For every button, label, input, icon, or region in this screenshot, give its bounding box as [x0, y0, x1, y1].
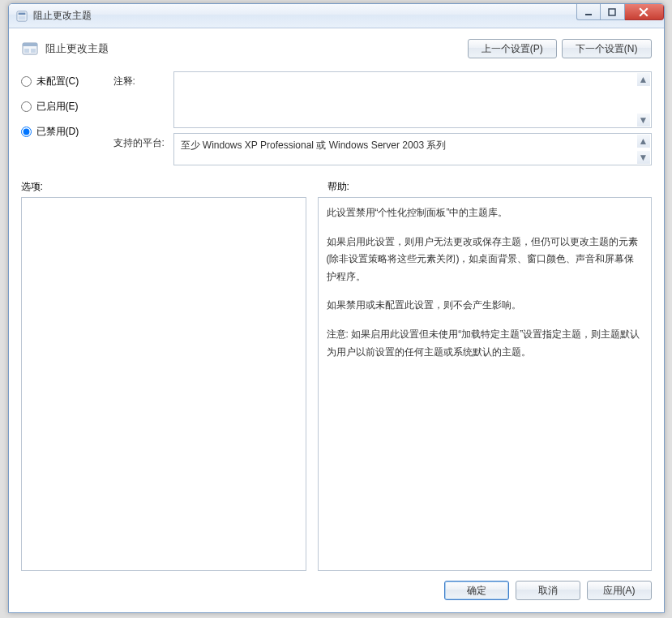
supported-on-text: 至少 Windows XP Professional 或 Windows Ser… — [181, 139, 447, 151]
radio-enabled-label: 已启用(E) — [36, 100, 79, 114]
supported-label: 支持的平台: — [113, 133, 165, 150]
maximize-button[interactable] — [601, 4, 625, 20]
comment-label: 注释: — [113, 71, 165, 88]
help-paragraph: 注意: 如果启用此设置但未使用“加载特定主题”设置指定主题，则主题默认为用户以前… — [327, 326, 643, 361]
scroll-up-icon[interactable]: ▲ — [637, 135, 650, 148]
config-row: 未配置(C) 已启用(E) 已禁用(D) 注释: ▲ — [10, 67, 663, 165]
policy-title: 阻止更改主题 — [45, 41, 109, 56]
options-panel[interactable] — [21, 197, 306, 571]
radio-disabled[interactable]: 已禁用(D) — [21, 125, 102, 139]
cancel-button[interactable]: 取消 — [516, 581, 580, 600]
policy-icon — [21, 40, 39, 58]
scroll-up-icon[interactable]: ▲ — [637, 73, 650, 86]
help-label: 帮助: — [327, 180, 349, 194]
supported-on-box: 至少 Windows XP Professional 或 Windows Ser… — [173, 133, 652, 165]
comment-textarea[interactable]: ▲ ▼ — [173, 71, 652, 128]
close-button[interactable] — [625, 4, 664, 20]
scroll-down-icon[interactable]: ▼ — [637, 114, 650, 127]
svg-rect-1 — [18, 12, 25, 15]
window-buttons — [576, 4, 664, 20]
next-setting-button[interactable]: 下一个设置(N) — [562, 39, 652, 58]
supported-scrollbar: ▲ ▼ — [637, 135, 650, 164]
content-area: 阻止更改主题 上一个设置(P) 下一个设置(N) 未配置(C) 已启用(E) — [9, 28, 664, 612]
state-radio-group: 未配置(C) 已启用(E) 已禁用(D) — [21, 71, 102, 165]
radio-not-configured-label: 未配置(C) — [36, 75, 79, 88]
minimize-button[interactable] — [576, 4, 601, 20]
svg-rect-3 — [585, 14, 592, 15]
radio-not-configured-input[interactable] — [21, 76, 32, 87]
options-label: 选项: — [21, 180, 313, 194]
radio-disabled-label: 已禁用(D) — [36, 125, 79, 139]
radio-enabled-input[interactable] — [21, 101, 32, 112]
help-paragraph: 此设置禁用“个性化控制面板”中的主题库。 — [327, 204, 643, 222]
ok-button[interactable]: 确定 — [444, 581, 509, 600]
apply-button[interactable]: 应用(A) — [587, 581, 652, 600]
panels-row: 此设置禁用“个性化控制面板”中的主题库。 如果启用此设置，则用户无法更改或保存主… — [10, 197, 663, 571]
help-paragraph: 如果禁用或未配置此设置，则不会产生影响。 — [327, 297, 643, 315]
svg-rect-2 — [18, 16, 25, 19]
svg-rect-6 — [23, 43, 37, 46]
help-panel[interactable]: 此设置禁用“个性化控制面板”中的主题库。 如果启用此设置，则用户无法更改或保存主… — [318, 197, 652, 571]
radio-not-configured[interactable]: 未配置(C) — [21, 75, 102, 88]
help-paragraph: 如果启用此设置，则用户无法更改或保存主题，但仍可以更改主题的元素(除非设置策略将… — [327, 234, 643, 286]
radio-disabled-input[interactable] — [21, 127, 32, 137]
titlebar[interactable]: 阻止更改主题 — [9, 4, 664, 28]
comment-scrollbar: ▲ ▼ — [637, 73, 650, 127]
svg-rect-8 — [31, 49, 36, 53]
app-icon — [15, 10, 28, 23]
previous-setting-button[interactable]: 上一个设置(P) — [468, 39, 557, 58]
dialog-footer: 确定 取消 应用(A) — [10, 571, 663, 612]
window-title: 阻止更改主题 — [33, 9, 92, 23]
dialog-window: 阻止更改主题 — [8, 3, 665, 613]
header-row: 阻止更改主题 上一个设置(P) 下一个设置(N) — [10, 29, 663, 67]
radio-enabled[interactable]: 已启用(E) — [21, 100, 102, 114]
scroll-down-icon[interactable]: ▼ — [637, 151, 650, 164]
svg-rect-4 — [609, 9, 615, 15]
panel-labels: 选项: 帮助: — [10, 165, 663, 197]
svg-rect-7 — [24, 49, 29, 53]
